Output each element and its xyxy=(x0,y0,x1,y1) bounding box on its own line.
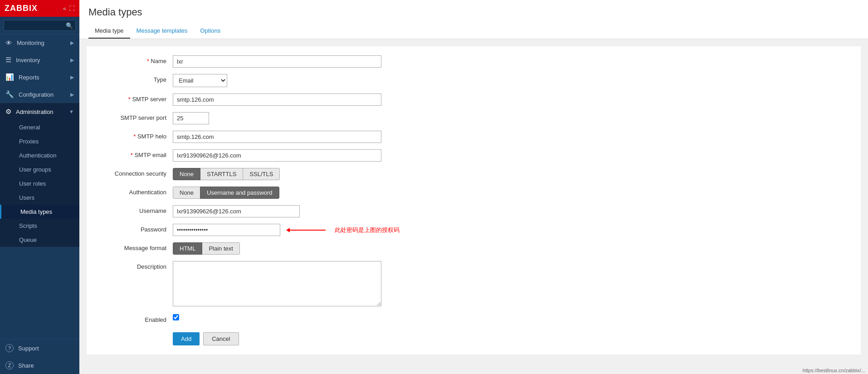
smtp-email-label: SMTP email xyxy=(96,149,173,158)
sidebar-item-label: Configuration xyxy=(19,91,66,98)
auth-control: None Username and password xyxy=(173,187,400,199)
page-title: Media types xyxy=(88,6,859,18)
sidebar-item-authentication[interactable]: Authentication xyxy=(0,148,79,162)
sidebar-bottom: ? Support Z Share xyxy=(0,339,79,374)
sidebar-item-support[interactable]: ? Support xyxy=(0,340,79,357)
sidebar-item-administration[interactable]: ⚙ Administration ▼ xyxy=(0,103,79,120)
msg-format-plaintext[interactable]: Plain text xyxy=(202,242,239,255)
password-label: Password xyxy=(96,224,173,233)
sidebar-item-monitoring[interactable]: 👁 Monitoring ▶ xyxy=(0,34,79,51)
enabled-checkbox-wrap xyxy=(173,314,400,320)
sidebar-item-configuration[interactable]: 🔧 Configuration ▶ xyxy=(0,86,79,103)
enabled-checkbox[interactable] xyxy=(173,314,179,320)
name-label: Name xyxy=(96,55,173,64)
form-row-smtp-server: SMTP server xyxy=(96,94,852,106)
smtp-server-input[interactable] xyxy=(173,94,381,106)
tab-media-type[interactable]: Media type xyxy=(88,24,130,39)
cancel-button[interactable]: Cancel xyxy=(203,332,239,345)
smtp-helo-control xyxy=(173,131,400,143)
form-row-enabled: Enabled xyxy=(96,314,852,323)
sidebar-item-label: Monitoring xyxy=(17,39,66,46)
type-select[interactable]: Email SMS Script xyxy=(173,74,227,87)
sidebar-header: ZABBIX « ⛶ xyxy=(0,0,79,17)
auth-btngroup: None Username and password xyxy=(173,187,400,199)
main-content: Media types Media type Message templates… xyxy=(79,0,868,374)
msg-format-control: HTML Plain text xyxy=(173,242,400,255)
share-icon: Z xyxy=(5,361,14,369)
form-row-smtp-port: SMTP server port xyxy=(96,112,852,124)
conn-security-ssltls[interactable]: SSL/TLS xyxy=(243,168,280,180)
auth-label: Authentication xyxy=(96,187,173,196)
name-input[interactable] xyxy=(173,55,381,68)
conn-security-btngroup: None STARTTLS SSL/TLS xyxy=(173,168,400,180)
annotation-text: 此处密码是上图的授权码 xyxy=(335,226,400,234)
sidebar-item-proxies[interactable]: Proxies xyxy=(0,134,79,148)
sidebar-item-media-types[interactable]: Media types xyxy=(0,205,79,219)
type-control: Email SMS Script xyxy=(173,74,400,87)
description-label: Description xyxy=(96,261,173,270)
smtp-server-control xyxy=(173,94,400,106)
chevron-right-icon: ▶ xyxy=(70,92,74,98)
username-input[interactable] xyxy=(173,205,300,217)
tab-options[interactable]: Options xyxy=(194,24,227,39)
sidebar-item-scripts[interactable]: Scripts xyxy=(0,219,79,233)
form-area: Name Type Email SMS Script SMTP server xyxy=(87,46,861,354)
msg-format-btngroup: HTML Plain text xyxy=(173,242,400,255)
smtp-helo-input[interactable] xyxy=(173,131,381,143)
add-button[interactable]: Add xyxy=(173,332,200,345)
smtp-port-label: SMTP server port xyxy=(96,112,173,121)
sidebar-item-share[interactable]: Z Share xyxy=(0,357,79,374)
reports-icon: 📊 xyxy=(5,73,14,81)
sidebar-controls: « ⛶ xyxy=(63,5,75,12)
smtp-email-input[interactable] xyxy=(173,149,381,162)
expand-icon[interactable]: ⛶ xyxy=(69,5,75,12)
msg-format-html[interactable]: HTML xyxy=(173,242,202,255)
form-row-smtp-email: SMTP email xyxy=(96,149,852,162)
form-row-name: Name xyxy=(96,55,852,68)
form-row-password: Password 此处密码是上图的授权码 xyxy=(96,224,852,236)
sidebar-item-label: Support xyxy=(18,345,74,352)
sidebar-item-queue[interactable]: Queue xyxy=(0,233,79,247)
sidebar-item-users[interactable]: Users xyxy=(0,191,79,205)
conn-security-starttls[interactable]: STARTTLS xyxy=(200,168,243,180)
sidebar-item-inventory[interactable]: ☰ Inventory ▶ xyxy=(0,51,79,69)
chevron-right-icon: ▶ xyxy=(70,74,74,80)
status-bar: https://bestlinux.cn/zabbix/... xyxy=(800,367,868,374)
collapse-icon[interactable]: « xyxy=(63,5,66,12)
form-row-description: Description xyxy=(96,261,852,308)
name-control xyxy=(173,55,400,68)
tab-bar: Media type Message templates Options xyxy=(88,24,859,39)
conn-security-control: None STARTTLS SSL/TLS xyxy=(173,168,400,180)
sidebar-item-reports[interactable]: 📊 Reports ▶ xyxy=(0,69,79,86)
description-control xyxy=(173,261,400,308)
sidebar: ZABBIX « ⛶ 🔍 👁 Monitoring ▶ ☰ Inventory … xyxy=(0,0,79,374)
form-row-auth: Authentication None Username and passwor… xyxy=(96,187,852,199)
smtp-port-input[interactable] xyxy=(173,112,209,124)
chevron-down-icon: ▼ xyxy=(69,109,74,114)
password-input[interactable] xyxy=(173,224,280,236)
chevron-right-icon: ▶ xyxy=(70,40,74,46)
enabled-label: Enabled xyxy=(96,314,173,323)
form-row-type: Type Email SMS Script xyxy=(96,74,852,87)
auth-none[interactable]: None xyxy=(173,187,200,199)
zabbix-logo: ZABBIX xyxy=(5,4,38,13)
tab-message-templates[interactable]: Message templates xyxy=(130,24,194,39)
smtp-port-control xyxy=(173,112,400,124)
search-box-container: 🔍 xyxy=(0,17,79,34)
conn-security-none[interactable]: None xyxy=(173,168,200,180)
sidebar-item-general[interactable]: General xyxy=(0,120,79,134)
sidebar-item-user-groups[interactable]: User groups xyxy=(0,162,79,177)
auth-username-password[interactable]: Username and password xyxy=(200,187,279,199)
monitoring-icon: 👁 xyxy=(5,39,12,47)
search-input[interactable] xyxy=(4,20,76,31)
administration-icon: ⚙ xyxy=(5,108,11,116)
sidebar-item-label: Share xyxy=(18,362,74,369)
description-textarea[interactable] xyxy=(173,261,381,306)
page-header: Media types Media type Message templates… xyxy=(79,0,868,39)
sidebar-item-user-roles[interactable]: User roles xyxy=(0,177,79,191)
form-row-smtp-helo: SMTP helo xyxy=(96,131,852,143)
search-icon[interactable]: 🔍 xyxy=(66,22,73,29)
form-row-conn-security: Connection security None STARTTLS SSL/TL… xyxy=(96,168,852,180)
admin-submenu: General Proxies Authentication User grou… xyxy=(0,120,79,247)
action-buttons: Add Cancel xyxy=(173,332,852,345)
